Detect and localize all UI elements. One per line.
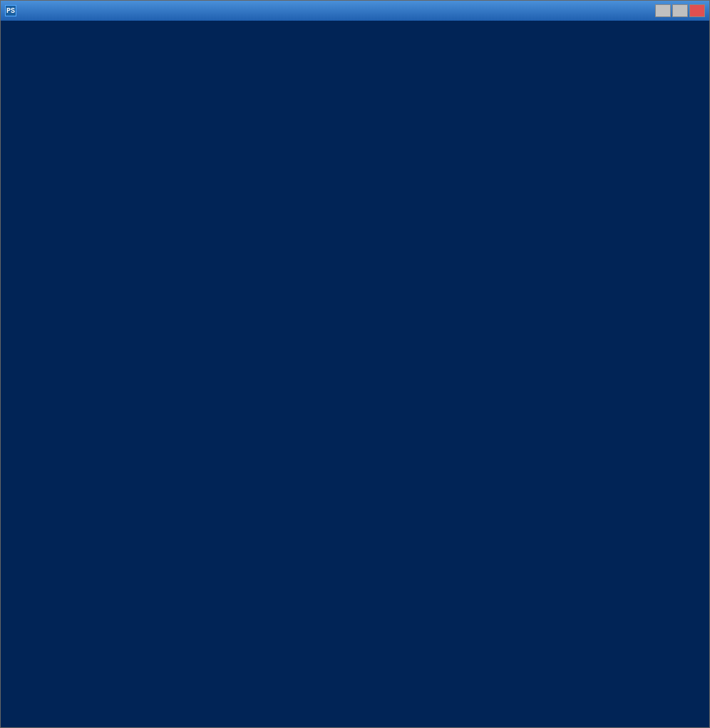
minimize-button[interactable] [655,4,671,17]
close-button[interactable] [689,4,705,17]
terminal-content [1,21,709,727]
app-icon: PS [5,5,16,16]
title-bar: PS [1,1,709,21]
window-controls [655,4,705,17]
powershell-window: PS [0,0,710,728]
maximize-button[interactable] [672,4,688,17]
